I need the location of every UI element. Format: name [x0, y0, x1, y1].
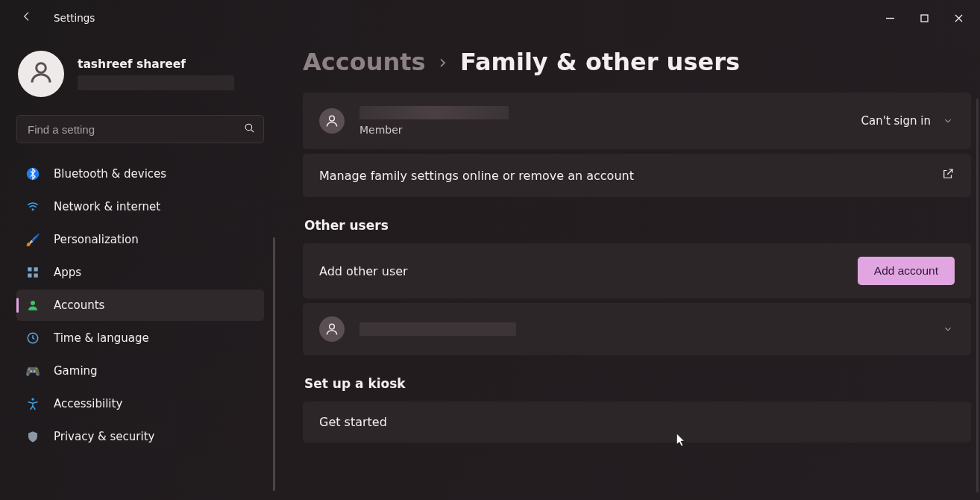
- sidebar-item-network-internet[interactable]: Network & internet: [16, 191, 264, 222]
- avatar: [319, 108, 345, 134]
- sidebar-item-bluetooth-devices[interactable]: Bluetooth & devices: [16, 158, 264, 190]
- family-member-name-redacted: [359, 106, 509, 119]
- sidebar-item-apps[interactable]: Apps: [16, 257, 264, 288]
- time-lang-icon: [25, 331, 40, 346]
- svg-point-2: [245, 124, 252, 131]
- page-title: Family & other users: [460, 48, 740, 76]
- sidebar-item-label: Privacy & security: [54, 430, 154, 443]
- svg-rect-7: [28, 274, 31, 278]
- manage-family-link[interactable]: Manage family settings online or remove …: [303, 154, 971, 197]
- family-member-status: Can't sign in: [861, 114, 931, 128]
- avatar: [18, 51, 64, 97]
- wifi-icon: [25, 199, 40, 214]
- sidebar-item-privacy-security[interactable]: Privacy & security: [16, 421, 264, 452]
- profile-email-redacted: [78, 75, 234, 90]
- family-member-card[interactable]: Member Can't sign in: [303, 93, 971, 149]
- sidebar-item-label: Personalization: [54, 233, 139, 246]
- search-icon: [243, 122, 256, 137]
- svg-point-11: [31, 398, 34, 400]
- bluetooth-icon: [25, 166, 40, 181]
- other-user-card[interactable]: [303, 303, 971, 355]
- back-button[interactable]: [16, 7, 37, 28]
- svg-rect-6: [34, 267, 38, 271]
- person-icon: [28, 59, 54, 89]
- sidebar-item-label: Network & internet: [54, 200, 160, 213]
- close-button[interactable]: [941, 6, 976, 30]
- gamepad-icon: 🎮: [25, 363, 40, 378]
- window-controls: [873, 6, 976, 30]
- open-external-icon: [941, 167, 955, 184]
- add-other-user-card: Add other user Add account: [303, 243, 971, 299]
- sidebar-item-label: Accounts: [54, 299, 104, 312]
- close-icon: [955, 11, 963, 25]
- brush-icon: 🖌️: [25, 232, 40, 247]
- sidebar-scrollbar[interactable]: [273, 237, 275, 491]
- shield-icon: [25, 429, 40, 444]
- person-icon: [25, 298, 40, 313]
- main-content: Accounts › Family & other users Member C…: [276, 36, 980, 500]
- sidebar: tashreef shareef Bluetooth & devices: [0, 36, 276, 500]
- svg-rect-0: [921, 15, 928, 22]
- chevron-down-icon: [941, 322, 955, 336]
- sidebar-item-accessibility[interactable]: Accessibility: [16, 388, 264, 419]
- chevron-down-icon: [941, 114, 955, 128]
- kiosk-get-started-card[interactable]: Get started: [303, 401, 971, 443]
- minimize-icon: [886, 11, 894, 25]
- section-kiosk: Set up a kiosk: [304, 376, 971, 391]
- accessibility-icon: [25, 396, 40, 411]
- section-other-users: Other users: [304, 218, 971, 233]
- search-input[interactable]: [26, 122, 243, 137]
- sidebar-item-personalization[interactable]: 🖌️ Personalization: [16, 224, 264, 255]
- svg-rect-8: [34, 274, 38, 278]
- svg-point-4: [32, 208, 34, 210]
- profile-name: tashreef shareef: [78, 57, 234, 71]
- maximize-button[interactable]: [907, 6, 941, 30]
- svg-rect-5: [28, 267, 31, 271]
- other-user-name-redacted: [359, 322, 516, 336]
- minimize-button[interactable]: [873, 6, 907, 30]
- svg-point-12: [330, 116, 335, 121]
- add-account-button[interactable]: Add account: [858, 257, 955, 285]
- kiosk-get-started-label: Get started: [319, 415, 387, 429]
- sidebar-item-label: Accessibility: [54, 397, 122, 410]
- app-title: Settings: [54, 12, 95, 24]
- svg-point-1: [37, 63, 46, 73]
- sidebar-item-accounts[interactable]: Accounts: [16, 290, 264, 321]
- profile-block[interactable]: tashreef shareef: [16, 51, 264, 97]
- add-other-user-label: Add other user: [319, 264, 408, 278]
- sidebar-item-time-language[interactable]: Time & language: [16, 322, 264, 354]
- apps-icon: [25, 265, 40, 280]
- family-member-role: Member: [359, 124, 509, 136]
- svg-point-9: [31, 301, 35, 305]
- sidebar-item-label: Time & language: [54, 331, 149, 345]
- search-box[interactable]: [16, 115, 264, 143]
- sidebar-item-label: Gaming: [54, 364, 98, 378]
- sidebar-item-gaming[interactable]: 🎮 Gaming: [16, 355, 264, 387]
- breadcrumb: Accounts › Family & other users: [303, 48, 971, 76]
- content-scrollbar[interactable]: [976, 99, 979, 493]
- svg-point-13: [330, 324, 335, 329]
- breadcrumb-parent[interactable]: Accounts: [303, 48, 426, 76]
- sidebar-item-label: Bluetooth & devices: [54, 167, 166, 181]
- sidebar-item-label: Apps: [54, 266, 81, 279]
- nav: Bluetooth & devices Network & internet 🖌…: [16, 158, 264, 452]
- arrow-left-icon: [21, 10, 33, 25]
- maximize-icon: [920, 11, 929, 25]
- chevron-right-icon: ›: [439, 51, 447, 73]
- title-bar: Settings: [0, 0, 980, 36]
- manage-family-label: Manage family settings online or remove …: [319, 169, 634, 183]
- avatar: [319, 316, 345, 342]
